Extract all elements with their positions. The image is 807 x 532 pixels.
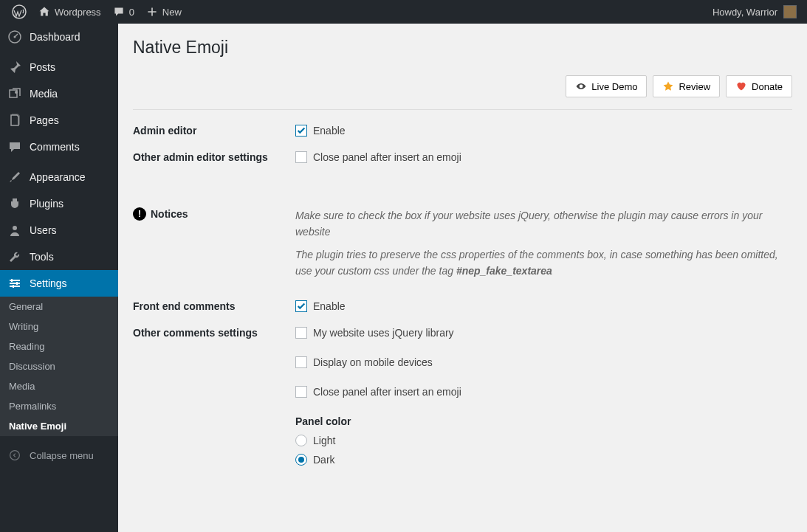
front-comments-label: Front end comments: [133, 300, 295, 312]
sidebar-item-label: Posts: [30, 61, 55, 73]
dashboard-icon: [7, 30, 22, 44]
other-admin-label: Other admin editor settings: [133, 151, 295, 163]
sidebar-item-posts[interactable]: Posts: [0, 54, 118, 80]
panel-color-light-radio[interactable]: [295, 435, 307, 446]
settings-icon: [7, 276, 22, 291]
wrench-icon: [7, 249, 22, 264]
notices-label: ! Notices: [133, 207, 295, 221]
sidebar-item-comments[interactable]: Comments: [0, 134, 118, 160]
checkbox-label: Close panel after insert an emoji: [313, 151, 461, 163]
donate-button[interactable]: Donate: [726, 75, 792, 97]
collapse-label: Collapse menu: [30, 450, 94, 461]
pin-icon: [7, 60, 22, 75]
avatar: [783, 5, 797, 18]
submenu-reading[interactable]: Reading: [0, 336, 118, 356]
svg-point-4: [13, 226, 17, 230]
new-label: New: [162, 7, 182, 18]
button-label: Review: [679, 81, 710, 92]
brush-icon: [7, 170, 22, 184]
collapse-icon: [7, 448, 22, 463]
radio-label: Dark: [313, 454, 335, 466]
sidebar-item-media[interactable]: Media: [0, 80, 118, 107]
howdy-text: Howdy, Warrior: [712, 7, 777, 18]
star-icon: [662, 80, 674, 92]
notice-text-1: Make sure to check the box if your websi…: [295, 207, 792, 241]
sidebar-item-label: Dashboard: [30, 31, 80, 43]
sidebar-item-appearance[interactable]: Appearance: [0, 164, 118, 190]
svg-point-3: [15, 91, 18, 94]
sidebar-item-label: Tools: [30, 251, 54, 263]
svg-rect-6: [10, 283, 20, 284]
eye-icon: [575, 80, 587, 92]
alert-icon: !: [133, 207, 146, 221]
sidebar-item-label: Settings: [30, 277, 67, 289]
page-title: Native Emoji: [133, 31, 792, 61]
live-demo-button[interactable]: Live Demo: [566, 75, 647, 97]
sidebar-item-label: Pages: [30, 114, 59, 126]
sidebar-item-plugins[interactable]: Plugins: [0, 190, 118, 217]
checkbox-label: Close panel after insert an emoji: [313, 386, 461, 398]
sidebar-item-label: Media: [30, 88, 58, 100]
submenu-general[interactable]: General: [0, 297, 118, 317]
close-panel-admin-checkbox[interactable]: [295, 151, 307, 163]
notice-text-2: The plugin tries to preserve the css pro…: [295, 246, 792, 280]
sidebar-item-label: Comments: [30, 141, 80, 153]
user-icon: [7, 223, 22, 238]
review-button[interactable]: Review: [653, 75, 720, 97]
svg-point-2: [14, 36, 16, 38]
panel-color-heading: Panel color: [295, 415, 792, 427]
front-comments-enable-checkbox[interactable]: [295, 300, 307, 312]
sidebar-item-pages[interactable]: Pages: [0, 107, 118, 134]
wordpress-icon: [12, 4, 27, 19]
svg-rect-7: [10, 286, 20, 287]
sidebar-item-label: Users: [30, 224, 57, 236]
mobile-checkbox[interactable]: [295, 356, 307, 368]
button-label: Live Demo: [591, 81, 637, 92]
home-icon: [38, 6, 50, 18]
admin-editor-enable-checkbox[interactable]: [295, 125, 307, 137]
sidebar-item-label: Plugins: [30, 198, 63, 210]
other-comments-label: Other comments settings: [133, 327, 295, 339]
admin-sidebar: Dashboard Posts Media Pages Comments App…: [0, 24, 118, 532]
sidebar-item-dashboard[interactable]: Dashboard: [0, 24, 118, 50]
svg-rect-9: [16, 282, 18, 285]
submenu-native-emoji[interactable]: Native Emoji: [0, 416, 118, 436]
radio-label: Light: [313, 435, 335, 446]
submenu-writing[interactable]: Writing: [0, 317, 118, 336]
checkbox-label: Enable: [313, 125, 346, 137]
checkbox-label: My website uses jQuery library: [313, 327, 454, 339]
user-menu[interactable]: Howdy, Warrior: [712, 5, 801, 18]
comments-link[interactable]: 0: [107, 0, 140, 24]
sidebar-item-settings[interactable]: Settings: [0, 270, 118, 297]
plus-icon: [146, 6, 158, 18]
close-panel-comments-checkbox[interactable]: [295, 386, 307, 398]
site-name: Wordpress: [55, 7, 101, 18]
admin-editor-label: Admin editor: [133, 125, 295, 137]
collapse-menu[interactable]: Collapse menu: [0, 442, 118, 469]
panel-color-dark-radio[interactable]: [295, 454, 307, 466]
main-content: Native Emoji Live Demo Review Donate Adm…: [118, 24, 807, 532]
submenu-permalinks[interactable]: Permalinks: [0, 396, 118, 416]
svg-rect-10: [13, 285, 14, 288]
comments-count: 0: [129, 7, 134, 18]
sidebar-item-label: Appearance: [30, 171, 86, 183]
jquery-checkbox[interactable]: [295, 327, 307, 339]
site-name-link[interactable]: Wordpress: [32, 0, 107, 24]
heart-icon: [735, 80, 747, 92]
pages-icon: [7, 113, 22, 128]
comment-icon: [7, 139, 22, 154]
new-content-link[interactable]: New: [140, 0, 188, 24]
submenu-media[interactable]: Media: [0, 376, 118, 396]
button-label: Donate: [752, 81, 783, 92]
submenu-discussion[interactable]: Discussion: [0, 356, 118, 376]
sidebar-item-tools[interactable]: Tools: [0, 243, 118, 270]
checkbox-label: Display on mobile devices: [313, 356, 433, 368]
wp-logo[interactable]: [6, 0, 32, 24]
svg-point-11: [10, 451, 20, 460]
checkbox-label: Enable: [313, 300, 346, 312]
svg-rect-8: [11, 279, 13, 282]
plug-icon: [7, 196, 22, 211]
media-icon: [7, 86, 22, 101]
sidebar-item-users[interactable]: Users: [0, 217, 118, 243]
comment-icon: [113, 6, 125, 18]
